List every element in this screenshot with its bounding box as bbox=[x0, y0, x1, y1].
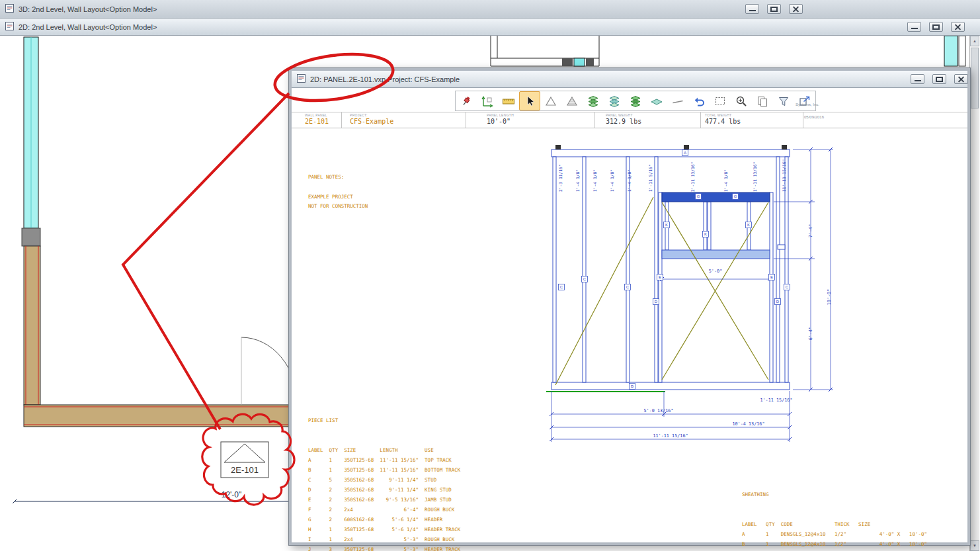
panel-header-band: WALL PANEL 2E-101 PROJECT: CFS-Example P… bbox=[292, 112, 967, 128]
line-icon[interactable] bbox=[667, 91, 688, 110]
minimize-button[interactable] bbox=[745, 4, 759, 14]
panel-notes: EXAMPLE PROJECTNOT FOR CONSTRUCTION bbox=[308, 192, 368, 211]
piece-list-table: PIECE LIST LABEL QTY SIZE LENGTH USEA 1 … bbox=[308, 396, 460, 551]
dimension-label: 1'-11 15/16" bbox=[760, 398, 792, 403]
window-2d-titlebar[interactable]: 2D: 2nd Level, Wall Layout<Option Model> bbox=[0, 19, 980, 36]
svg-text:D: D bbox=[776, 300, 780, 304]
svg-text:C: C bbox=[626, 285, 630, 289]
triangle-icon[interactable] bbox=[540, 91, 561, 110]
dimension-label: 1'-4 1/8" bbox=[592, 169, 597, 192]
window-3d-title: 3D: 2nd Level, Wall Layout<Option Model> bbox=[19, 5, 157, 13]
sheathing-row: A 1 DENSGLS_12@4x10 1/2" 4'-0" X 10'-0" bbox=[742, 529, 927, 539]
vendor-label: Systems, Inc. bbox=[796, 103, 819, 106]
connection-marks bbox=[555, 145, 787, 149]
maximize-icon bbox=[936, 77, 943, 82]
scrollbar-down-button[interactable]: ▼ bbox=[970, 540, 979, 551]
sheathing-table: SHEATHING LABEL QTY CODE THICK SIZEA 1 D… bbox=[742, 470, 927, 551]
dimension-label: 5'-0 13/16" bbox=[643, 408, 673, 413]
triangle-hatch-icon[interactable] bbox=[561, 91, 583, 110]
panel-window-title: 2D: PANEL.2E-101.vxp Project: CFS-Exampl… bbox=[310, 75, 460, 83]
panel-toolbar bbox=[455, 91, 816, 111]
panel-window-titlebar[interactable]: 2D: PANEL.2E-101.vxp Project: CFS-Exampl… bbox=[292, 71, 967, 88]
svg-text:E: E bbox=[770, 275, 773, 279]
panel-note-line: NOT FOR CONSTRUCTION bbox=[308, 202, 368, 211]
dimension-label: 11'-11 15/16" bbox=[782, 159, 786, 192]
piece-list-row: I 1 2x4 5'-3" ROUGH BUCK bbox=[308, 534, 460, 544]
wall-segment bbox=[24, 246, 40, 405]
dimension-label: 1'-11 5/16" bbox=[648, 164, 653, 192]
panel-note-line: EXAMPLE PROJECT bbox=[308, 192, 368, 202]
total-weight-value: 477.4 lbs bbox=[705, 117, 741, 126]
maximize-button[interactable] bbox=[929, 22, 943, 32]
ruler-icon[interactable] bbox=[498, 91, 519, 110]
piece-list-row: E 2 350S162-68 9'-5 13/16" JAMB STUD bbox=[308, 495, 460, 505]
piece-list-title: PIECE LIST bbox=[308, 415, 460, 425]
layers-mid-icon[interactable] bbox=[604, 91, 625, 110]
sheet-icon[interactable] bbox=[646, 91, 667, 110]
close-button[interactable] bbox=[954, 74, 968, 84]
wall-segment bbox=[24, 405, 296, 427]
maximize-button[interactable] bbox=[932, 74, 946, 84]
piece-list-header: LABEL QTY SIZE LENGTH USE bbox=[308, 445, 460, 455]
sheathing-title: SHEATHING bbox=[742, 489, 927, 499]
document-icon bbox=[5, 22, 14, 32]
copy-icon[interactable] bbox=[752, 91, 773, 110]
dimension-label: 2'-11 13/16" bbox=[690, 162, 695, 192]
filter-icon[interactable] bbox=[773, 91, 794, 110]
close-button[interactable] bbox=[951, 22, 965, 32]
piece-list-row: D 2 350S162-68 9'-11 1/4" KING STUD bbox=[308, 485, 460, 495]
dimension-label: 1'-11 13/16" bbox=[753, 162, 757, 192]
date-label: 05/09/2016 bbox=[804, 115, 824, 119]
document-icon bbox=[5, 4, 14, 14]
svg-text:D: D bbox=[655, 300, 658, 304]
sheathing-header: LABEL QTY CODE THICK SIZE bbox=[742, 519, 927, 529]
dimension-label: 1'-4 1/8" bbox=[575, 169, 580, 192]
scrollbar-thumb[interactable] bbox=[971, 48, 979, 108]
layers-back-icon[interactable] bbox=[625, 91, 646, 110]
header-member bbox=[662, 192, 770, 202]
svg-text:E: E bbox=[659, 275, 661, 279]
plan-dimension-label: 12'-0" bbox=[222, 490, 242, 499]
cursor-icon[interactable] bbox=[519, 91, 540, 110]
piece-list-row: B 1 350T125-68 11'-11 15/16" BOTTOM TRAC… bbox=[308, 465, 460, 475]
dimension-label: 10'-0" bbox=[827, 289, 832, 306]
zoom-icon[interactable] bbox=[731, 91, 752, 110]
dimension-label: 1'-4 1/8" bbox=[723, 169, 728, 192]
piece-list-row: C 5 350S162-68 9'-11 1/4" STUD bbox=[308, 475, 460, 485]
svg-text:K: K bbox=[747, 223, 750, 227]
vertical-scrollbar[interactable]: ▲ ▼ bbox=[969, 36, 979, 551]
panel-length-value: 10'-0" bbox=[487, 117, 514, 126]
minimize-button[interactable] bbox=[911, 74, 924, 84]
minimize-button[interactable] bbox=[907, 22, 921, 32]
window-3d-titlebar[interactable]: 3D: 2nd Level, Wall Layout<Option Model> bbox=[0, 0, 980, 19]
selection-box-icon[interactable] bbox=[710, 91, 731, 110]
pin-icon[interactable] bbox=[456, 91, 477, 110]
export-icon[interactable] bbox=[794, 91, 815, 110]
minimize-icon bbox=[911, 28, 918, 29]
dimension-label: 5'-0" bbox=[709, 269, 722, 274]
dimension-label: 11'-11 15/16" bbox=[653, 433, 688, 439]
svg-text:C: C bbox=[583, 277, 587, 281]
piece-list-row: F 2 2x4 6'-4" ROUGH BUCK bbox=[308, 505, 460, 515]
dimension-label: 1'-4 1/8" bbox=[610, 169, 614, 192]
svg-text:K: K bbox=[704, 232, 707, 236]
head-track-member bbox=[662, 250, 770, 259]
measure-icon[interactable] bbox=[477, 91, 498, 110]
document-icon bbox=[297, 74, 306, 84]
plan-dimension bbox=[13, 499, 301, 503]
svg-text:K: K bbox=[665, 223, 668, 227]
maximize-button[interactable] bbox=[767, 4, 781, 14]
panel-window: 2D: PANEL.2E-101.vxp Project: CFS-Exampl… bbox=[289, 68, 970, 545]
project-value: CFS-Example bbox=[350, 117, 393, 126]
minimize-icon bbox=[915, 80, 921, 81]
sheathing-row: B 1 DENSGLS_12@4x10 1/2" 4'-0" X 10'-0" bbox=[742, 539, 927, 549]
scrollbar-up-button[interactable]: ▲ bbox=[970, 36, 979, 46]
dimension-label: 1'-4 1/8" bbox=[627, 169, 632, 192]
piece-list-row: A 1 350T125-68 11'-11 15/16" TOP TRACK bbox=[308, 455, 460, 465]
panel-tag[interactable]: 2E-101 bbox=[221, 442, 268, 478]
close-button[interactable] bbox=[789, 4, 803, 14]
layers-front-icon[interactable] bbox=[583, 91, 604, 110]
undo-icon[interactable] bbox=[688, 91, 710, 110]
panel-tag-label: 2E-101 bbox=[231, 465, 259, 475]
piece-list-row: H 1 350T125-68 5'-6 1/4" HEADER TRACK bbox=[308, 525, 460, 534]
